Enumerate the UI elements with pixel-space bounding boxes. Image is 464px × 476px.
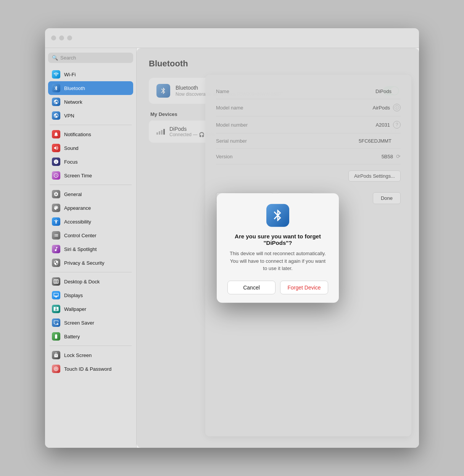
sidebar-item-general[interactable]: General — [48, 187, 133, 201]
sidebar-label-vpn: VPN — [64, 113, 74, 119]
modal-cancel-button[interactable]: Cancel — [227, 280, 276, 294]
sidebar-item-accessibility[interactable]: Accessibility — [48, 215, 133, 228]
accessibility-icon — [52, 217, 60, 226]
sidebar-item-appearance[interactable]: Appearance — [48, 201, 133, 215]
sidebar-item-desktopdock[interactable]: Desktop & Dock — [48, 275, 133, 288]
sidebar-label-lockscreen: Lock Screen — [64, 352, 92, 358]
touchid-icon — [52, 365, 60, 373]
sidebar-item-lockscreen[interactable]: Lock Screen — [48, 348, 133, 362]
sidebar-item-focus[interactable]: Focus — [48, 155, 133, 169]
sidebar: 🔍 Search Wi-Fi Bluetooth Net — [45, 48, 137, 448]
siri-icon — [52, 245, 60, 253]
sidebar-item-wallpaper[interactable]: Wallpaper — [48, 302, 133, 316]
sidebar-label-bluetooth: Bluetooth — [64, 85, 85, 91]
sidebar-label-battery: Battery — [64, 334, 80, 339]
wifi-icon — [52, 70, 60, 79]
sidebar-item-network[interactable]: Network — [48, 95, 133, 109]
sidebar-label-appearance: Appearance — [64, 205, 91, 211]
lockscreen-icon — [52, 351, 60, 359]
sidebar-item-sound[interactable]: Sound — [48, 141, 133, 155]
screensaver-icon — [52, 318, 60, 327]
modal-buttons: Cancel Forget Device — [227, 280, 328, 294]
sidebar-item-screensaver[interactable]: Screen Saver — [48, 316, 133, 330]
focus-icon — [52, 158, 60, 166]
sidebar-item-vpn[interactable]: VPN — [48, 109, 133, 122]
main-layout: 🔍 Search Wi-Fi Bluetooth Net — [45, 48, 419, 448]
sidebar-item-controlcenter[interactable]: Control Center — [48, 228, 133, 242]
sound-icon — [52, 144, 60, 152]
sidebar-item-bluetooth[interactable]: Bluetooth — [48, 81, 133, 95]
divider-3 — [50, 272, 132, 272]
screentime-icon — [52, 171, 60, 180]
notifications-icon — [52, 130, 60, 138]
divider-1 — [50, 125, 132, 125]
sidebar-label-notifications: Notifications — [64, 132, 91, 137]
sidebar-label-siri: Siri & Spotlight — [64, 246, 97, 252]
general-icon — [52, 190, 60, 198]
sidebar-label-touchid: Touch ID & Password — [64, 366, 111, 372]
sidebar-item-screentime[interactable]: Screen Time — [48, 169, 133, 182]
search-icon: 🔍 — [52, 55, 58, 61]
sidebar-item-siri[interactable]: Siri & Spotlight — [48, 242, 133, 256]
forget-device-modal: Are you sure you want to forget "DiPods"… — [217, 193, 339, 303]
search-bar[interactable]: 🔍 Search — [48, 53, 133, 63]
sidebar-label-network: Network — [64, 99, 82, 105]
sidebar-label-privacy: Privacy & Security — [64, 260, 104, 266]
sidebar-item-displays[interactable]: Displays — [48, 288, 133, 302]
sidebar-label-screensaver: Screen Saver — [64, 320, 94, 326]
appearance-icon — [52, 204, 60, 212]
sidebar-label-displays: Displays — [64, 293, 83, 298]
sidebar-label-general: General — [64, 191, 82, 197]
title-bar — [45, 28, 419, 48]
maximize-button[interactable] — [67, 35, 72, 40]
vpn-icon — [52, 111, 60, 120]
modal-description: This device will not reconnect automatic… — [227, 250, 328, 272]
desktopdock-icon — [52, 277, 60, 286]
privacy-icon — [52, 259, 60, 267]
sidebar-item-battery[interactable]: Battery — [48, 330, 133, 343]
sidebar-item-wifi[interactable]: Wi-Fi — [48, 68, 133, 81]
search-placeholder: Search — [60, 55, 76, 61]
wallpaper-icon — [52, 305, 60, 313]
network-icon — [52, 98, 60, 106]
modal-title: Are you sure you want to forget "DiPods"… — [235, 233, 321, 246]
system-settings-window: 🔍 Search Wi-Fi Bluetooth Net — [45, 28, 419, 448]
content-area: Bluetooth Bluetooth Now discoverable as … — [137, 48, 419, 448]
close-button[interactable] — [51, 35, 56, 40]
modal-bluetooth-icon — [266, 204, 289, 227]
sidebar-item-privacy[interactable]: Privacy & Security — [48, 256, 133, 270]
bluetooth-sidebar-icon — [52, 84, 60, 92]
sidebar-item-touchid[interactable]: Touch ID & Password — [48, 362, 133, 376]
sidebar-item-notifications[interactable]: Notifications — [48, 127, 133, 141]
sidebar-label-wallpaper: Wallpaper — [64, 306, 86, 312]
battery-icon — [52, 332, 60, 341]
modal-forget-button[interactable]: Forget Device — [280, 280, 328, 294]
divider-2 — [50, 185, 132, 185]
sidebar-label-sound: Sound — [64, 145, 79, 151]
sidebar-label-desktopdock: Desktop & Dock — [64, 279, 100, 285]
sidebar-label-wifi: Wi-Fi — [64, 72, 76, 77]
sidebar-label-accessibility: Accessibility — [64, 219, 91, 225]
divider-4 — [50, 346, 132, 346]
sidebar-label-screentime: Screen Time — [64, 173, 92, 178]
minimize-button[interactable] — [59, 35, 64, 40]
sidebar-label-controlcenter: Control Center — [64, 233, 97, 238]
displays-icon — [52, 291, 60, 299]
controlcenter-icon — [52, 231, 60, 240]
sidebar-label-focus: Focus — [64, 159, 77, 165]
